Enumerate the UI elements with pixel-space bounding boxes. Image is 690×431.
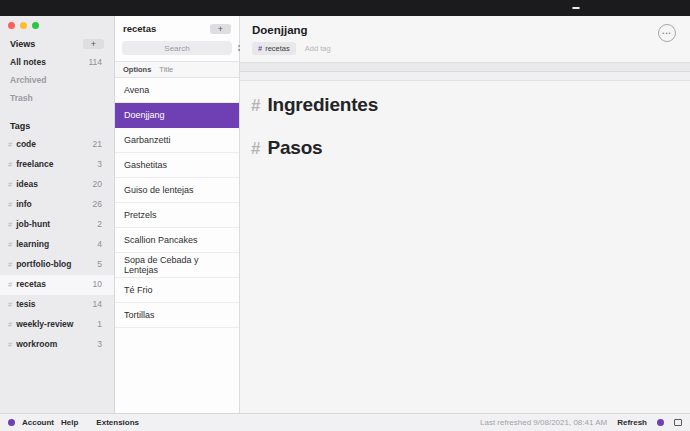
close-window-button[interactable]	[8, 22, 15, 29]
tag-count: 4	[97, 239, 102, 249]
input-source-icon[interactable]	[572, 7, 580, 9]
sync-status-icon	[657, 419, 664, 426]
note-list-item[interactable]: Pretzels	[115, 203, 239, 228]
note-title-field[interactable]: Doenjjang	[252, 24, 678, 36]
tag-item[interactable]: # info 26	[0, 195, 114, 215]
formatting-toolbar	[240, 72, 690, 81]
tag-label: tesis	[16, 299, 88, 309]
tag-item[interactable]: # code 21	[0, 135, 114, 155]
search-input[interactable]	[122, 41, 232, 55]
zoom-window-button[interactable]	[32, 22, 39, 29]
tag-item[interactable]: # workroom 3	[0, 335, 114, 355]
hash-icon: #	[8, 340, 12, 349]
hash-icon: #	[8, 320, 12, 329]
hash-icon: #	[8, 160, 12, 169]
note-list-item[interactable]: Té Frio	[115, 278, 239, 303]
tag-label: portfolio-blog	[16, 259, 93, 269]
tag-count: 21	[93, 139, 102, 149]
note-list-item[interactable]: Scallion Pancakes	[115, 228, 239, 253]
markdown-section: # Pasos	[251, 137, 678, 159]
notes-list-panel: recetas + Options Title Avena Doenjjang …	[115, 16, 240, 413]
tag-count: 26	[93, 199, 102, 209]
tag-label: recetas	[16, 279, 88, 289]
editor-panel: Doenjjang ••• # recetas Add tag	[240, 16, 690, 413]
tag-item[interactable]: # freelance 3	[0, 155, 114, 175]
note-tag-chip[interactable]: # recetas	[252, 42, 296, 55]
add-view-button[interactable]: +	[83, 39, 104, 49]
account-button[interactable]: Account	[22, 418, 54, 427]
add-note-button[interactable]: +	[210, 24, 231, 34]
tag-label: workroom	[16, 339, 93, 349]
note-list-item[interactable]: Doenjjang	[115, 103, 239, 128]
list-options-button[interactable]: Options	[123, 65, 151, 74]
tag-count: 5	[97, 259, 102, 269]
account-status-icon	[8, 419, 15, 426]
tag-item[interactable]: # weekly-review 1	[0, 315, 114, 335]
editor-menu	[240, 62, 690, 72]
tag-item[interactable]: # portfolio-blog 5	[0, 255, 114, 275]
list-sort-title-button[interactable]: Title	[159, 65, 173, 74]
hash-icon: #	[258, 44, 262, 53]
note-list-item[interactable]: Avena	[115, 78, 239, 103]
tag-label: code	[16, 139, 88, 149]
note-list-item[interactable]: Garbanzetti	[115, 128, 239, 153]
menu-bar-status-icons	[436, 7, 682, 9]
note-list-item[interactable]: Guiso de lentejas	[115, 178, 239, 203]
tag-item[interactable]: # learning 4	[0, 235, 114, 255]
list-sort-row: Options Title	[115, 61, 239, 78]
minimize-window-button[interactable]	[20, 22, 27, 29]
markdown-hash: #	[251, 96, 260, 116]
views-list: All notes 114 Archived Trash	[0, 53, 114, 107]
hash-icon: #	[8, 140, 12, 149]
markdown-section: # Ingredientes	[251, 94, 678, 116]
tag-count: 1	[97, 319, 102, 329]
view-item[interactable]: Archived	[0, 71, 114, 89]
tag-count: 3	[97, 339, 102, 349]
tag-label: info	[16, 199, 88, 209]
hash-icon: #	[8, 200, 12, 209]
last-refreshed-text: Last refreshed 9/08/2021, 08:41 AM	[480, 418, 607, 427]
tag-label: job-hunt	[16, 219, 93, 229]
sidebar: Views + All notes 114 Archived Trash Tag…	[0, 16, 115, 413]
menu-bar	[0, 0, 690, 16]
tag-count: 14	[93, 299, 102, 309]
tag-item[interactable]: # recetas 10	[0, 275, 114, 295]
notes-list-title: recetas	[123, 23, 156, 34]
tag-label: weekly-review	[16, 319, 93, 329]
refresh-button[interactable]: Refresh	[617, 418, 647, 427]
hash-icon: #	[8, 220, 12, 229]
note-list-item[interactable]: Sopa de Cebada y Lentejas	[115, 253, 239, 278]
section-heading: Pasos	[267, 137, 322, 159]
tag-label: learning	[16, 239, 93, 249]
views-header: Views	[10, 39, 35, 49]
tags-header: Tags	[10, 121, 30, 131]
window-controls	[0, 16, 114, 33]
extensions-button[interactable]: Extensions	[96, 418, 139, 427]
tag-item[interactable]: # job-hunt 2	[0, 215, 114, 235]
view-count: 114	[88, 57, 102, 67]
tag-count: 3	[97, 159, 102, 169]
tag-label: ideas	[16, 179, 88, 189]
add-tag-input[interactable]: Add tag	[305, 44, 331, 53]
tag-count: 10	[93, 279, 102, 289]
tag-item[interactable]: # ideas 20	[0, 175, 114, 195]
tag-count: 20	[93, 179, 102, 189]
hash-icon: #	[8, 180, 12, 189]
status-bar: Account Help Extensions Last refreshed 9…	[0, 413, 690, 431]
view-item[interactable]: Trash	[0, 89, 114, 107]
note-list-item[interactable]: Tortillas	[115, 303, 239, 328]
tag-count: 2	[97, 219, 102, 229]
markdown-hash: #	[251, 139, 260, 159]
section-heading: Ingredientes	[267, 94, 378, 116]
hash-icon: #	[8, 300, 12, 309]
hash-icon: #	[8, 260, 12, 269]
tag-label: freelance	[16, 159, 93, 169]
note-options-button[interactable]: •••	[658, 24, 676, 42]
help-button[interactable]: Help	[61, 418, 78, 427]
tags-list: # code 21 # freelance 3	[0, 135, 114, 355]
window-icon[interactable]	[674, 419, 682, 426]
tag-item[interactable]: # tesis 14	[0, 295, 114, 315]
view-item[interactable]: All notes 114	[0, 53, 114, 71]
note-list-item[interactable]: Gashetitas	[115, 153, 239, 178]
hash-icon: #	[8, 280, 12, 289]
